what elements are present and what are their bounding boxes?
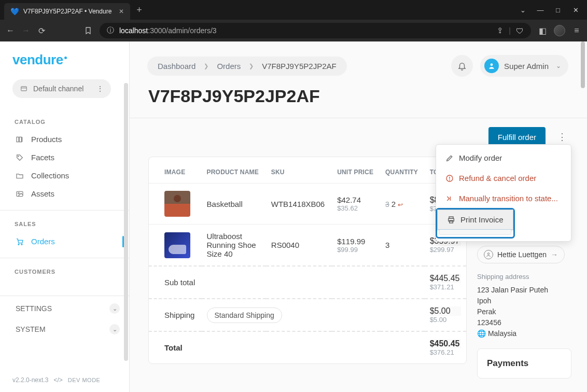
window-maximize-icon[interactable]: □ bbox=[554, 6, 562, 14]
th-qty: QUANTITY bbox=[380, 157, 425, 184]
svg-rect-2 bbox=[19, 137, 21, 142]
svg-point-3 bbox=[18, 156, 19, 156]
sidebar-item-assets[interactable]: Assets bbox=[12, 185, 123, 203]
url-host: localhost bbox=[119, 26, 148, 35]
sidebar-item-facets[interactable]: Facets bbox=[12, 148, 123, 166]
sidebar-item-settings[interactable]: SETTINGS⌄ bbox=[12, 298, 123, 319]
printer-icon bbox=[447, 216, 455, 224]
channel-more-icon[interactable]: ⋮ bbox=[96, 85, 104, 93]
section-sales: SALES bbox=[15, 221, 123, 227]
nav-back-icon[interactable]: ← bbox=[6, 26, 15, 35]
nav-forward-icon[interactable]: → bbox=[22, 26, 30, 35]
sidebar-item-collections[interactable]: Collections bbox=[12, 166, 123, 185]
window-minimize-icon[interactable]: ― bbox=[536, 6, 544, 14]
chevron-down-icon: ⌄ bbox=[556, 62, 561, 69]
tab-title: V7F8PJ9Y5P2JP2AF • Vendure bbox=[23, 8, 111, 15]
channel-selector[interactable]: Default channel ⋮ bbox=[12, 79, 111, 98]
browser-tab[interactable]: 💙 V7F8PJ9Y5P2JP2AF • Vendure ✕ bbox=[4, 3, 130, 20]
user-menu[interactable]: Super Admin ⌄ bbox=[480, 55, 568, 77]
chevron-down-icon: ⌄ bbox=[109, 324, 120, 334]
total-row: Total $450.45$376.21 bbox=[149, 331, 466, 363]
menu-transition-state[interactable]: Manually transition to state... bbox=[436, 188, 571, 208]
chevron-right-icon: ❯ bbox=[249, 63, 254, 69]
step-icon bbox=[445, 194, 454, 203]
payments-card: Payments bbox=[477, 348, 571, 379]
shipping-row: Shipping Standard Shipping $5.00$5.00 bbox=[149, 299, 466, 331]
customer-name: Hettie Luettgen bbox=[497, 250, 547, 259]
tab-close-icon[interactable]: ✕ bbox=[119, 8, 124, 15]
payments-title: Payments bbox=[478, 349, 571, 378]
code-icon: </> bbox=[53, 376, 62, 384]
th-sku: SKU bbox=[266, 157, 332, 184]
products-icon bbox=[16, 135, 25, 144]
nav-reload-icon[interactable]: ⟳ bbox=[37, 26, 46, 36]
globe-icon: 🌐 bbox=[477, 329, 486, 338]
return-icon: ↩ bbox=[398, 201, 403, 208]
shipping-method-badge: Standard Shipping bbox=[207, 307, 282, 323]
section-customers: CUSTOMERS bbox=[15, 269, 123, 275]
menu-refund-cancel[interactable]: Refund & cancel order bbox=[436, 168, 571, 188]
notifications-button[interactable] bbox=[451, 55, 473, 77]
customer-chip[interactable]: Hettie Luettgen → bbox=[477, 246, 565, 263]
crumb-current: V7F8PJ9Y5P2JP2AF bbox=[262, 62, 336, 71]
facets-icon bbox=[16, 153, 25, 162]
chevron-down-icon: ⌄ bbox=[109, 303, 120, 314]
svg-point-7 bbox=[21, 244, 22, 245]
sidebar: vendure Default channel ⋮ CATALOG Produc… bbox=[0, 41, 130, 392]
arrow-right-icon: → bbox=[551, 250, 558, 259]
th-image: IMAGE bbox=[149, 157, 202, 184]
chevron-right-icon: ❯ bbox=[204, 63, 208, 69]
user-name: Super Admin bbox=[504, 62, 549, 71]
new-tab-button[interactable]: + bbox=[136, 5, 142, 16]
svg-rect-0 bbox=[21, 87, 27, 91]
menu-modify-order[interactable]: Modify order bbox=[436, 148, 571, 168]
order-lines-card: IMAGE PRODUCT NAME SKU UNIT PRICE QUANTI… bbox=[148, 157, 467, 364]
logo[interactable]: vendure bbox=[12, 52, 123, 68]
sidebar-item-products[interactable]: Products bbox=[12, 130, 123, 148]
pencil-icon bbox=[445, 154, 454, 162]
shield-icon[interactable]: 🛡 bbox=[516, 26, 524, 35]
svg-rect-1 bbox=[17, 137, 19, 142]
sidebar-item-orders[interactable]: Orders bbox=[12, 232, 123, 250]
sidepanel-icon[interactable]: ◧ bbox=[538, 26, 547, 36]
browser-menu-icon[interactable]: ≡ bbox=[572, 26, 581, 35]
table-row: Ultraboost Running Shoe Size 40 RS0040 $… bbox=[149, 225, 466, 267]
crumb-dashboard[interactable]: Dashboard bbox=[158, 62, 195, 71]
product-sku: WTB1418XB06 bbox=[266, 184, 332, 225]
browser-toolbar: ← → ⟳ ⓘ localhost:3000/admin/orders/3 ⇪ … bbox=[0, 20, 587, 41]
url-path: :3000/admin/orders/3 bbox=[148, 26, 216, 35]
product-sku: RS0040 bbox=[266, 225, 332, 267]
bookmark-icon[interactable] bbox=[84, 26, 92, 35]
table-row: Basketball WTB1418XB06 $42.74$35.62 32↩ … bbox=[149, 184, 466, 225]
site-info-icon[interactable]: ⓘ bbox=[107, 26, 114, 35]
window-dropdown-icon[interactable]: ⌄ bbox=[519, 6, 527, 14]
product-thumbnail[interactable] bbox=[164, 191, 190, 217]
sidebar-footer: v2.2.0-next.3 </> DEV MODE bbox=[12, 372, 123, 388]
crumb-orders[interactable]: Orders bbox=[217, 62, 241, 71]
channel-icon bbox=[20, 85, 28, 93]
alert-icon bbox=[445, 174, 454, 183]
url-bar[interactable]: ⓘ localhost:3000/admin/orders/3 ⇪ | 🛡 bbox=[100, 23, 531, 38]
sidebar-item-system[interactable]: SYSTEM⌄ bbox=[12, 319, 123, 340]
svg-point-6 bbox=[18, 244, 19, 245]
person-icon bbox=[484, 250, 493, 259]
bell-icon bbox=[457, 61, 467, 71]
svg-point-8 bbox=[491, 63, 493, 66]
product-name[interactable]: Ultraboost Running Shoe Size 40 bbox=[202, 225, 266, 267]
collections-icon bbox=[16, 172, 25, 180]
main-scrollbar[interactable] bbox=[581, 41, 585, 88]
window-close-icon[interactable]: ✕ bbox=[571, 6, 580, 14]
menu-print-invoice[interactable]: Print Invoice bbox=[437, 209, 513, 230]
window-titlebar: 💙 V7F8PJ9Y5P2JP2AF • Vendure ✕ + ⌄ ― □ ✕ bbox=[0, 0, 587, 20]
profile-avatar[interactable] bbox=[554, 25, 565, 36]
subtotal-row: Sub total $445.45$371.21 bbox=[149, 266, 466, 299]
product-thumbnail[interactable] bbox=[164, 232, 190, 258]
version-text: v2.2.0-next.3 bbox=[12, 376, 48, 384]
product-name[interactable]: Basketball bbox=[202, 184, 266, 225]
share-icon[interactable]: ⇪ bbox=[497, 26, 504, 35]
shipping-address: Shipping address 123 Jalan Pasir Puteh I… bbox=[477, 273, 571, 339]
tab-favicon: 💙 bbox=[10, 7, 19, 16]
th-unit: UNIT PRICE bbox=[332, 157, 380, 184]
th-product: PRODUCT NAME bbox=[202, 157, 266, 184]
sidebar-scrollbar[interactable] bbox=[124, 83, 128, 361]
